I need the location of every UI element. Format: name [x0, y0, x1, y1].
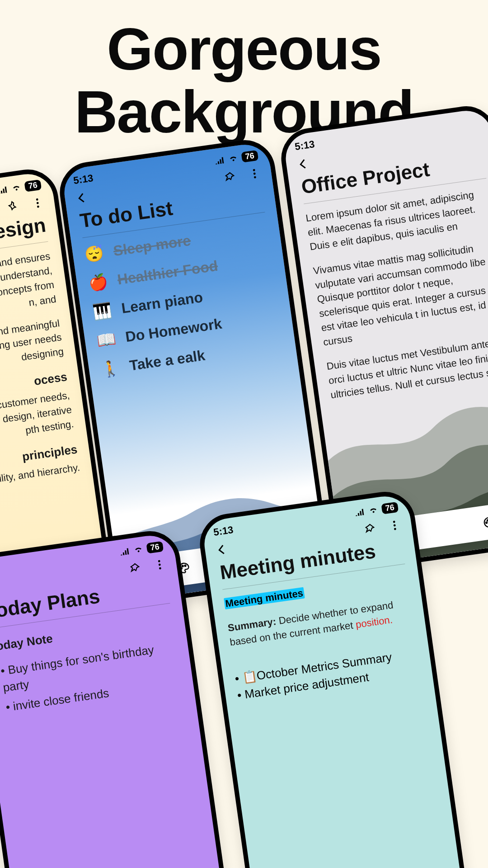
wifi-icon	[11, 184, 22, 192]
svg-point-2	[37, 205, 39, 208]
wifi-icon	[228, 154, 239, 163]
item-emoji: 🎹	[92, 301, 112, 321]
svg-point-9	[254, 176, 256, 178]
todo-list: 😴Sleep more🍎Healthier Food🎹Learn piano📖D…	[71, 211, 298, 388]
more-icon[interactable]	[386, 517, 403, 534]
item-emoji: 🍎	[88, 272, 108, 292]
svg-point-0	[36, 198, 38, 201]
svg-point-23	[393, 521, 395, 523]
svg-point-21	[159, 563, 161, 566]
more-icon[interactable]	[246, 165, 263, 182]
wifi-icon	[368, 506, 379, 514]
pin-icon[interactable]	[126, 560, 143, 577]
signal-icon	[214, 156, 225, 165]
item-label: Sleep more	[112, 232, 192, 259]
item-emoji: 😴	[84, 244, 104, 264]
signal-icon	[354, 508, 365, 516]
svg-point-22	[159, 567, 161, 569]
status-time: 5:13	[73, 172, 94, 187]
svg-point-25	[394, 528, 396, 530]
pin-icon[interactable]	[4, 198, 21, 215]
svg-point-1	[37, 202, 39, 204]
svg-point-24	[394, 524, 396, 526]
svg-point-17	[486, 522, 487, 523]
svg-point-11	[182, 565, 183, 566]
battery-badge: 76	[24, 179, 42, 192]
svg-point-20	[158, 560, 160, 562]
svg-point-7	[253, 169, 255, 171]
battery-badge: 76	[146, 541, 164, 553]
item-emoji: 📖	[96, 330, 116, 350]
body-text: Vivamus vitae mattis mag sollicitudin vu…	[312, 238, 488, 349]
battery-badge: 76	[381, 501, 399, 514]
back-icon[interactable]	[73, 189, 90, 207]
more-icon[interactable]	[29, 194, 46, 212]
item-label: Learn piano	[120, 288, 204, 316]
pin-icon[interactable]	[361, 520, 378, 538]
signal-icon	[119, 547, 130, 556]
battery-badge: 76	[241, 150, 258, 162]
palette-icon[interactable]	[479, 512, 488, 533]
pin-icon[interactable]	[221, 169, 238, 186]
status-time: 5:13	[213, 524, 234, 538]
back-icon[interactable]	[213, 541, 230, 558]
wifi-icon	[133, 545, 144, 554]
status-time: 5:13	[294, 138, 315, 153]
signal-icon	[0, 185, 8, 194]
item-label: Take a ealk	[128, 347, 206, 374]
item-label: Do Homework	[124, 315, 223, 345]
svg-point-12	[184, 565, 186, 566]
svg-point-8	[253, 172, 256, 175]
item-emoji: 🚶	[100, 358, 120, 378]
item-label: Healthier Food	[116, 257, 219, 288]
back-icon[interactable]	[295, 156, 312, 173]
more-icon[interactable]	[151, 556, 168, 573]
